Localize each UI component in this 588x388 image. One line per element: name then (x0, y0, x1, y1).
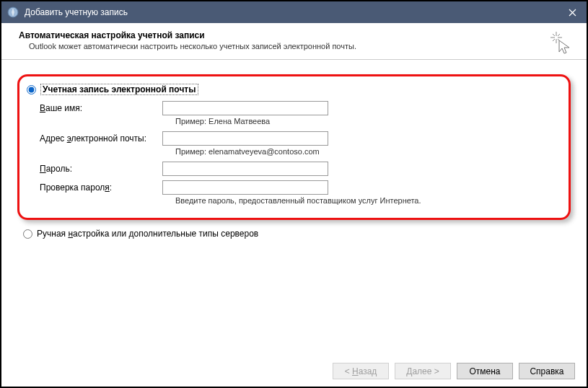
radio-manual[interactable] (23, 229, 32, 239)
help-button[interactable]: Справка (519, 363, 575, 379)
email-input[interactable] (162, 131, 328, 146)
header-subtitle: Outlook может автоматически настроить не… (29, 42, 569, 50)
cancel-button[interactable]: Отмена (457, 363, 513, 379)
email-account-group: Учетная запись электронной почты Ваше им… (17, 74, 571, 220)
next-button: Далее > (395, 363, 451, 379)
header-section: Автоматическая настройка учетной записи … (1, 23, 587, 60)
button-bar: < Назад Далее > Отмена Справка (333, 363, 575, 379)
window-title: Добавить учетную запись (25, 7, 558, 17)
form-grid: Ваше имя: Пример: Елена Матвеева Адрес э… (40, 101, 561, 205)
header-title: Автоматическая настройка учетной записи (19, 30, 569, 40)
radio-manual-label[interactable]: Ручная настройка или дополнительные типы… (37, 229, 258, 239)
radio-email-account-row: Учетная запись электронной почты (27, 84, 561, 95)
password-hint: Введите пароль, предоставленный поставщи… (175, 196, 561, 205)
radio-manual-row: Ручная настройка или дополнительные типы… (23, 229, 571, 239)
name-label: Ваше имя: (40, 103, 162, 113)
dialog-window: Добавить учетную запись Автоматическая н… (0, 0, 588, 388)
cursor-star-icon (549, 30, 574, 57)
password-confirm-label: Проверка пароля: (40, 182, 162, 193)
radio-email-account[interactable] (27, 85, 36, 94)
back-button: < Назад (333, 363, 389, 379)
name-input[interactable] (162, 101, 328, 115)
radio-email-account-label[interactable]: Учетная запись электронной почты (40, 84, 198, 95)
close-button[interactable] (558, 1, 587, 23)
titlebar: Добавить учетную запись (1, 1, 587, 23)
app-icon (7, 6, 19, 18)
password-input[interactable] (162, 162, 328, 176)
password-label: Пароль: (40, 164, 162, 174)
email-label: Адрес электронной почты: (40, 133, 162, 144)
email-hint: Пример: elenamatveyeva@contoso.com (175, 147, 561, 156)
password-confirm-input[interactable] (162, 180, 328, 195)
name-hint: Пример: Елена Матвеева (175, 117, 561, 125)
content-area: Учетная запись электронной почты Ваше им… (1, 60, 587, 253)
